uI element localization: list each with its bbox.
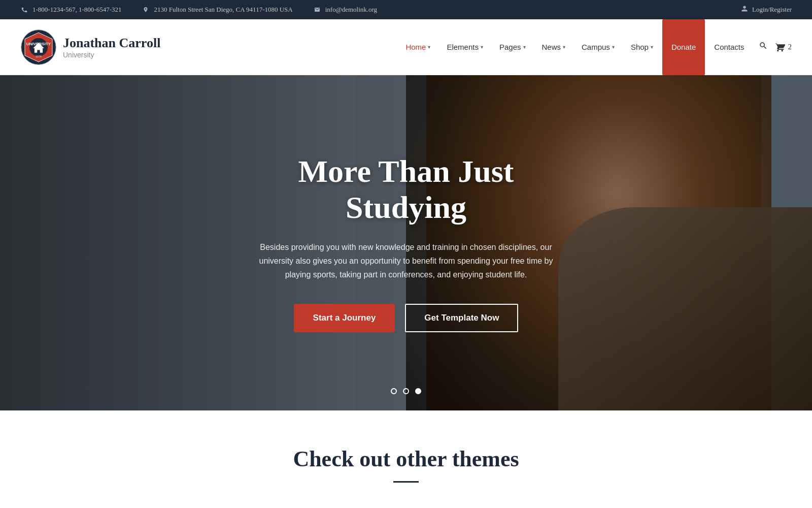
nav-item-pages[interactable]: Pages ▾ bbox=[492, 19, 533, 75]
address-text: 2130 Fulton Street San Diego, CA 94117-1… bbox=[154, 6, 292, 14]
pages-dropdown-arrow: ▾ bbox=[523, 44, 526, 50]
main-header: UNIVERSITY 1876 Jonathan Carroll Univers… bbox=[0, 19, 812, 75]
university-logo-badge: UNIVERSITY 1876 bbox=[20, 29, 57, 66]
slide-dot-1[interactable] bbox=[391, 388, 397, 394]
logo-name: Jonathan Carroll bbox=[63, 36, 160, 51]
location-icon bbox=[142, 6, 150, 14]
campus-dropdown-arrow: ▾ bbox=[612, 44, 615, 50]
elements-dropdown-arrow: ▾ bbox=[481, 44, 483, 50]
login-icon bbox=[741, 5, 748, 14]
nav-item-home[interactable]: Home ▾ bbox=[398, 19, 437, 75]
get-template-button[interactable]: Get Template Now bbox=[405, 304, 518, 332]
phone-icon bbox=[20, 6, 28, 14]
phone-info: 1-800-1234-567, 1-800-6547-321 bbox=[20, 6, 121, 14]
search-icon[interactable] bbox=[754, 41, 773, 53]
login-button[interactable]: Login/Register bbox=[741, 5, 792, 14]
nav-item-campus[interactable]: Campus ▾ bbox=[574, 19, 622, 75]
hero-content: More Than Just Studying Besides providin… bbox=[0, 75, 812, 410]
shop-dropdown-arrow: ▾ bbox=[651, 44, 653, 50]
hero-description: Besides providing you with new knowledge… bbox=[249, 240, 563, 282]
nav-item-elements[interactable]: Elements ▾ bbox=[439, 19, 490, 75]
email-info: info@demolink.org bbox=[313, 6, 377, 14]
hero-slideshow-dots bbox=[391, 388, 421, 394]
nav-item-contacts[interactable]: Contacts bbox=[707, 19, 751, 75]
cart-icon bbox=[775, 42, 785, 52]
address-info: 2130 Fulton Street San Diego, CA 94117-1… bbox=[142, 6, 292, 14]
news-dropdown-arrow: ▾ bbox=[563, 44, 565, 50]
hero-section: More Than Just Studying Besides providin… bbox=[0, 75, 812, 410]
start-journey-button[interactable]: Start a Journey bbox=[294, 304, 395, 332]
slide-dot-3[interactable] bbox=[415, 388, 421, 394]
slide-dot-2[interactable] bbox=[403, 388, 409, 394]
home-dropdown-arrow: ▾ bbox=[428, 44, 430, 50]
hero-buttons: Start a Journey Get Template Now bbox=[294, 304, 519, 332]
top-bar: 1-800-1234-567, 1-800-6547-321 2130 Fult… bbox=[0, 0, 812, 19]
phone-text: 1-800-1234-567, 1-800-6547-321 bbox=[32, 6, 121, 14]
nav-item-shop[interactable]: Shop ▾ bbox=[624, 19, 660, 75]
themes-section: Check out other themes bbox=[0, 410, 812, 508]
email-icon bbox=[313, 6, 321, 14]
themes-divider bbox=[393, 481, 419, 483]
logo-subtitle: University bbox=[63, 51, 160, 59]
themes-section-title: Check out other themes bbox=[30, 446, 782, 472]
nav-item-news[interactable]: News ▾ bbox=[535, 19, 573, 75]
hero-title: More Than Just Studying bbox=[298, 153, 514, 226]
logo[interactable]: UNIVERSITY 1876 Jonathan Carroll Univers… bbox=[20, 29, 160, 66]
cart-button[interactable]: 2 bbox=[775, 42, 792, 52]
nav-item-donate[interactable]: Donate bbox=[662, 19, 705, 75]
email-text: info@demolink.org bbox=[325, 6, 377, 14]
svg-text:1876: 1876 bbox=[36, 54, 42, 57]
main-nav: Home ▾ Elements ▾ Pages ▾ News ▾ Campus … bbox=[398, 19, 792, 75]
login-text[interactable]: Login/Register bbox=[752, 6, 792, 14]
cart-count: 2 bbox=[788, 43, 792, 51]
